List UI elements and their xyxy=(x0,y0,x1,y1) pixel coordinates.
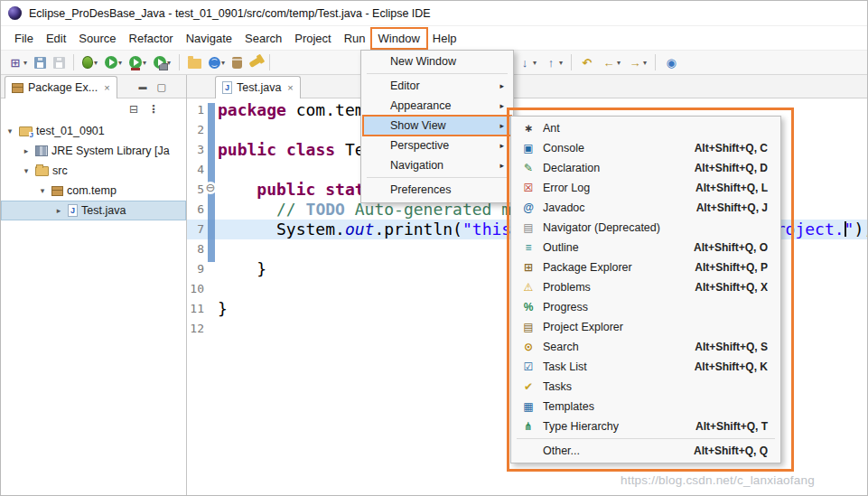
line-number[interactable]: 1 xyxy=(187,100,207,120)
show-view-item-navigator-deprecated[interactable]: ▤Navigator (Deprecated) xyxy=(513,218,779,238)
show-view-item-problems[interactable]: ⚠ProblemsAlt+Shift+Q, X xyxy=(513,277,779,297)
show-view-item-task-list[interactable]: ☑Task ListAlt+Shift+Q, K xyxy=(513,357,779,377)
toolbar-separator xyxy=(269,54,270,70)
line-number[interactable]: 3 xyxy=(187,140,207,160)
window-menu-item-navigation[interactable]: Navigation▸ xyxy=(363,155,511,175)
fold-collapse-icon[interactable] xyxy=(204,182,217,194)
expander-expanded-icon[interactable]: ▾ xyxy=(5,126,15,136)
coverage-button[interactable]: ▾ xyxy=(126,54,149,70)
show-view-item-templates[interactable]: ▦Templates xyxy=(513,397,779,416)
expander-collapsed-icon[interactable]: ▸ xyxy=(21,146,32,155)
close-icon[interactable] xyxy=(287,83,293,93)
expander-expanded-icon[interactable]: ▾ xyxy=(37,186,48,195)
close-icon[interactable] xyxy=(104,83,109,93)
last-edit-location-button[interactable]: ↶ xyxy=(577,54,597,71)
dropdown-caret-icon[interactable]: ▾ xyxy=(533,59,537,67)
tree-item-test-01-0901[interactable]: ▾test_01_0901 xyxy=(1,121,186,141)
show-view-item-other[interactable]: Other...Alt+Shift+Q, Q xyxy=(513,441,779,461)
tree-item-com-temp[interactable]: ▾com.temp xyxy=(1,181,186,201)
menu-item-label: Error Log xyxy=(543,182,695,194)
jar-import-button[interactable] xyxy=(229,55,245,70)
line-number[interactable]: 8 xyxy=(187,239,207,259)
menubar-item-edit[interactable]: Edit xyxy=(40,29,72,48)
save-all-button[interactable] xyxy=(51,55,68,70)
web-browser-button[interactable]: ▾ xyxy=(206,55,228,70)
project-explorer-icon: ▤ xyxy=(520,321,537,333)
menubar-item-window[interactable]: Window xyxy=(372,29,426,48)
show-view-item-outline[interactable]: ≡OutlineAlt+Shift+Q, O xyxy=(513,238,779,257)
window-title: Eclipse_ProDesBase_Java - test_01_0901/s… xyxy=(29,7,431,20)
line-number[interactable]: 9 xyxy=(187,259,207,279)
external-tools-button[interactable]: ▾ xyxy=(151,54,173,70)
line-number[interactable]: 11 xyxy=(187,299,207,319)
debug-button[interactable]: ▾ xyxy=(79,54,100,70)
show-view-item-type-hierarchy[interactable]: ⋔Type HierarchyAlt+Shift+Q, T xyxy=(513,416,779,436)
dropdown-caret-icon[interactable]: ▾ xyxy=(23,59,27,67)
show-view-item-search[interactable]: ⊙SearchAlt+Shift+Q, S xyxy=(513,337,779,357)
expander-collapsed-icon[interactable]: ▸ xyxy=(53,206,64,215)
dropdown-caret-icon[interactable]: ▾ xyxy=(94,59,98,67)
window-menu-item-perspective[interactable]: Perspective▸ xyxy=(363,136,511,155)
back-button[interactable]: ←▾ xyxy=(599,54,623,71)
line-number[interactable]: 2 xyxy=(187,120,207,140)
dropdown-caret-icon[interactable]: ▾ xyxy=(221,59,225,67)
line-number[interactable]: 7 xyxy=(187,220,207,239)
tree-item-src[interactable]: ▾src xyxy=(1,161,186,181)
window-menu-item-preferences[interactable]: Preferences xyxy=(363,180,511,200)
view-menu-icon[interactable] xyxy=(148,102,159,116)
collapse-all-icon[interactable] xyxy=(129,102,138,116)
expander-expanded-icon[interactable]: ▾ xyxy=(21,166,32,175)
new-wizard-button[interactable]: ⊞▾ xyxy=(5,54,30,71)
window-menu-item-new-window[interactable]: New Window xyxy=(363,51,511,71)
minimize-icon[interactable] xyxy=(139,82,147,91)
navigator-icon: ▤ xyxy=(520,221,537,234)
tree-item-test-java[interactable]: ▸Test.java xyxy=(1,201,186,220)
maximize-icon[interactable] xyxy=(157,81,166,93)
dropdown-caret-icon[interactable]: ▾ xyxy=(643,59,647,67)
save-button[interactable] xyxy=(32,55,49,70)
menubar-item-source[interactable]: Source xyxy=(72,29,122,48)
line-number[interactable]: 6 xyxy=(187,200,207,220)
show-view-item-ant[interactable]: ∗Ant xyxy=(513,118,779,138)
dropdown-caret-icon[interactable]: ▾ xyxy=(118,59,122,67)
menubar-item-search[interactable]: Search xyxy=(238,29,288,48)
search-flashlight-button[interactable] xyxy=(247,58,264,67)
show-view-item-javadoc[interactable]: @JavadocAlt+Shift+Q, J xyxy=(513,198,779,218)
menubar-item-refactor[interactable]: Refactor xyxy=(123,29,180,48)
show-view-item-progress[interactable]: %Progress xyxy=(513,297,779,317)
dropdown-caret-icon[interactable]: ▾ xyxy=(617,59,621,67)
menubar-item-project[interactable]: Project xyxy=(288,29,337,48)
line-number[interactable]: 10 xyxy=(187,279,207,299)
menubar-item-file[interactable]: File xyxy=(8,29,40,48)
new-java-project-button[interactable] xyxy=(185,54,204,70)
show-view-item-package-explorer[interactable]: ⊞Package ExplorerAlt+Shift+Q, P xyxy=(513,257,779,277)
dropdown-caret-icon[interactable]: ▾ xyxy=(143,59,146,67)
show-view-item-console[interactable]: ▣ConsoleAlt+Shift+Q, C xyxy=(513,138,779,158)
package-explorer-tab[interactable]: Package Ex... xyxy=(5,76,117,98)
tree-item-jre-system-library-ja[interactable]: ▸JRE System Library [Ja xyxy=(1,141,186,161)
editor-tab-test-java[interactable]: Test.java xyxy=(215,76,301,98)
tree-item-label: test_01_0901 xyxy=(36,125,105,137)
next-annotation-button[interactable]: ↓▾ xyxy=(515,54,539,71)
line-number[interactable]: 4 xyxy=(187,160,207,180)
menubar-item-help[interactable]: Help xyxy=(426,29,463,48)
show-view-item-project-explorer[interactable]: ▤Project Explorer xyxy=(513,317,779,337)
menu-item-shortcut: Alt+Shift+Q, X xyxy=(695,281,768,294)
show-view-item-declaration[interactable]: ✎DeclarationAlt+Shift+Q, D xyxy=(513,158,779,178)
menubar-item-navigate[interactable]: Navigate xyxy=(180,29,238,48)
line-number[interactable]: 12 xyxy=(187,319,207,339)
show-view-item-tasks[interactable]: ✔Tasks xyxy=(513,377,779,397)
show-view-item-error-log[interactable]: ☒Error LogAlt+Shift+Q, L xyxy=(513,178,779,198)
dropdown-caret-icon[interactable]: ▾ xyxy=(559,59,563,67)
window-menu-item-appearance[interactable]: Appearance▸ xyxy=(363,96,511,116)
menu-item-label: Progress xyxy=(543,301,768,314)
tree-item-label: JRE System Library [Ja xyxy=(51,145,170,157)
forward-button[interactable]: →▾ xyxy=(625,54,649,71)
run-button[interactable]: ▾ xyxy=(102,54,125,70)
window-menu-item-show-view[interactable]: Show View▸ xyxy=(363,116,511,136)
pin-editor-button[interactable]: ◉ xyxy=(661,54,681,71)
window-menu-item-editor[interactable]: Editor▸ xyxy=(363,76,511,96)
line-number-ruler[interactable]: 123456789101112 xyxy=(187,100,207,339)
menubar-item-run[interactable]: Run xyxy=(338,29,372,48)
previous-annotation-button[interactable]: ↑▾ xyxy=(541,54,565,71)
